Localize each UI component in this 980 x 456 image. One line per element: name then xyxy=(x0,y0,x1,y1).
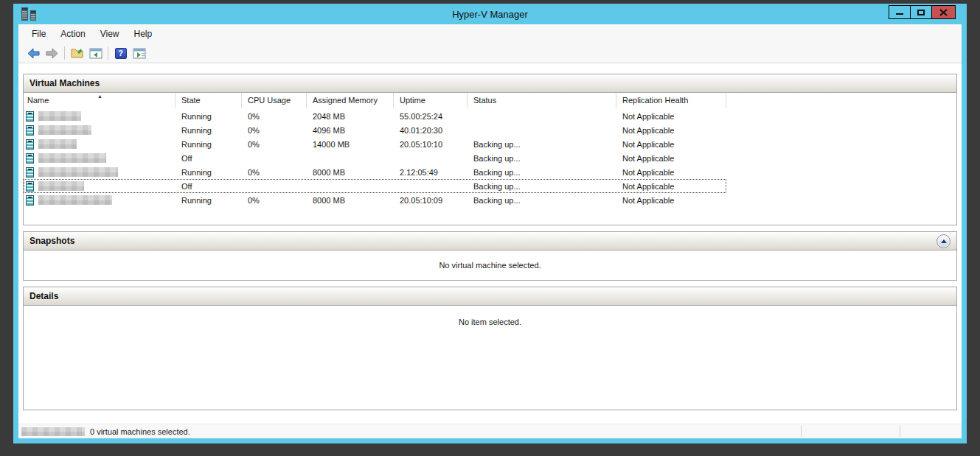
titlebar: Hyper-V Manager xyxy=(13,4,967,24)
vm-replication-health: Not Applicable xyxy=(616,140,726,149)
maximize-icon xyxy=(917,10,925,15)
export-folder-button[interactable] xyxy=(68,45,86,61)
vm-table-row[interactable]: Running 0% 2048 MB 55.00:25:24 Not Appli… xyxy=(24,109,726,123)
snapshots-title: Snapshots xyxy=(29,236,74,246)
vm-assigned-memory: 8000 MB xyxy=(307,168,394,177)
vm-assigned-memory: 2048 MB xyxy=(307,112,394,121)
vm-icon xyxy=(26,153,34,164)
menu-action[interactable]: Action xyxy=(53,26,92,42)
forward-button[interactable] xyxy=(43,45,61,61)
vm-status: Backing up... xyxy=(468,196,616,205)
console-tree-button[interactable] xyxy=(86,45,105,61)
details-panel: Details No item selected. xyxy=(23,287,957,410)
vm-status: Backing up... xyxy=(468,140,616,149)
virtual-machines-title: Virtual Machines xyxy=(29,78,100,88)
vm-status: Backing up... xyxy=(468,182,616,191)
vm-replication-health: Not Applicable xyxy=(616,112,726,121)
virtual-machines-header: Virtual Machines xyxy=(23,74,957,93)
toolbar: ? xyxy=(18,43,962,63)
column-header-cpu-usage[interactable]: CPU Usage xyxy=(242,93,307,108)
toolbar-separator xyxy=(64,46,65,60)
virtual-machines-table: Name ▲ State CPU Usage Assigned Memory U… xyxy=(23,93,957,225)
vm-table-row[interactable]: Running 0% 4096 MB 40.01:20:30 Not Appli… xyxy=(24,123,726,137)
vm-uptime: 40.01:20:30 xyxy=(394,126,468,135)
vm-table-row[interactable]: Running 0% 8000 MB 20.05:10:09 Backing u… xyxy=(24,193,726,207)
statusbar-separator xyxy=(900,426,900,437)
column-header-filler xyxy=(726,93,956,108)
back-arrow-icon xyxy=(27,48,40,59)
snapshots-body: No virtual machine selected. xyxy=(23,250,957,281)
vm-table-row[interactable]: Off Backing up... Not Applicable xyxy=(24,151,726,165)
details-header: Details xyxy=(23,287,957,306)
menu-file[interactable]: File xyxy=(24,26,53,42)
vm-replication-health: Not Applicable xyxy=(616,154,726,163)
vm-state: Running xyxy=(176,196,242,205)
window-controls xyxy=(889,5,956,19)
vm-name-cell xyxy=(24,181,176,192)
vm-table-row-focused[interactable]: Off Backing up... Not Applicable xyxy=(24,179,726,193)
vm-replication-health: Not Applicable xyxy=(616,126,726,135)
snapshots-header: Snapshots xyxy=(23,231,957,250)
vm-icon xyxy=(26,125,34,136)
vm-replication-health: Not Applicable xyxy=(616,196,726,205)
vm-icon xyxy=(26,181,34,192)
vm-uptime: 20.05:10:10 xyxy=(394,140,468,149)
column-header-uptime[interactable]: Uptime xyxy=(394,93,468,108)
snapshots-panel: Snapshots No virtual machine selected. xyxy=(23,231,957,281)
vm-name-cell xyxy=(24,195,176,206)
vm-cpu-usage: 0% xyxy=(242,112,307,121)
minimize-button[interactable] xyxy=(889,5,911,19)
column-header-assigned-memory[interactable]: Assigned Memory xyxy=(307,93,394,108)
vm-replication-health: Not Applicable xyxy=(616,182,726,191)
vm-state: Running xyxy=(176,140,242,149)
selection-status-text: 0 virtual machines selected. xyxy=(90,427,190,436)
menu-view[interactable]: View xyxy=(93,26,127,42)
vm-status: Backing up... xyxy=(468,154,616,163)
column-header-status[interactable]: Status xyxy=(468,93,616,108)
vm-cpu-usage: 0% xyxy=(242,126,307,135)
menu-help[interactable]: Help xyxy=(127,26,160,42)
action-pane-button[interactable] xyxy=(130,45,148,61)
toolbar-separator xyxy=(108,46,108,60)
vm-table-row[interactable]: Running 0% 14000 MB 20.05:10:10 Backing … xyxy=(24,137,726,151)
column-header-replication-health[interactable]: Replication Health xyxy=(616,93,726,108)
window-title: Hyper-V Manager xyxy=(13,9,967,20)
help-button[interactable]: ? xyxy=(111,45,130,61)
column-header-name[interactable]: Name ▲ xyxy=(24,93,176,108)
redacted-vm-name xyxy=(38,167,118,177)
folder-arrow-icon xyxy=(71,47,84,59)
vm-replication-health: Not Applicable xyxy=(616,168,726,177)
vm-assigned-memory: 8000 MB xyxy=(307,196,394,205)
vm-uptime: 2.12:05:49 xyxy=(394,168,468,177)
minimize-icon xyxy=(896,13,903,15)
redacted-vm-name xyxy=(38,125,91,135)
close-button[interactable] xyxy=(931,5,956,19)
vm-icon xyxy=(26,139,34,150)
vm-table-row[interactable]: Running 0% 8000 MB 2.12:05:49 Backing up… xyxy=(24,165,726,179)
close-icon xyxy=(939,9,948,16)
statusbar-separator xyxy=(801,426,802,437)
redacted-host-name xyxy=(21,427,85,436)
vm-state: Running xyxy=(176,126,242,135)
collapse-snapshots-button[interactable] xyxy=(936,234,951,248)
vm-name-cell xyxy=(24,167,176,178)
column-header-state[interactable]: State xyxy=(176,93,242,108)
vm-assigned-memory: 4096 MB xyxy=(307,126,394,135)
vm-rows: Running 0% 2048 MB 55.00:25:24 Not Appli… xyxy=(24,108,956,207)
maximize-button[interactable] xyxy=(910,5,932,19)
vm-uptime: 55.00:25:24 xyxy=(394,112,468,121)
vm-state: Off xyxy=(176,154,242,163)
statusbar: 0 virtual machines selected. xyxy=(18,424,962,438)
vm-name-cell xyxy=(24,111,176,122)
vm-icon xyxy=(26,167,34,178)
vm-cpu-usage: 0% xyxy=(242,196,307,205)
action-pane-icon xyxy=(133,48,146,59)
redacted-vm-name xyxy=(38,153,106,163)
main-pane: Virtual Machines Name ▲ State CPU Usage … xyxy=(18,63,962,424)
vm-icon xyxy=(26,195,34,206)
redacted-vm-name xyxy=(38,111,81,121)
back-button[interactable] xyxy=(24,45,43,61)
redacted-vm-name xyxy=(38,139,77,149)
vm-state: Off xyxy=(176,182,242,191)
vm-assigned-memory: 14000 MB xyxy=(307,140,394,149)
